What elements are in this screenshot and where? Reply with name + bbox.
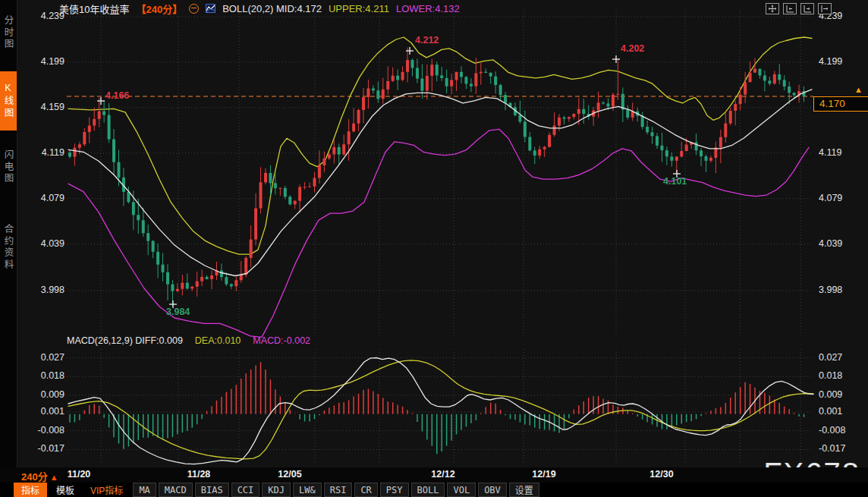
macd-tick-right: 0.027 bbox=[819, 352, 842, 363]
pan-move-icon[interactable] bbox=[766, 3, 779, 14]
macd-hist-value: MACD:-0.002 bbox=[253, 335, 310, 346]
price-tick-left: 3.998 bbox=[41, 285, 64, 295]
shift-right-icon[interactable] bbox=[818, 3, 832, 14]
toolbar-button-设置[interactable]: 设置 bbox=[509, 483, 539, 497]
time-axis-row: 240分 ▲ 11/2011/2812/0512/1212/1912/30 bbox=[0, 467, 868, 483]
sidebar-tab-合约资料[interactable]: 合约资料 bbox=[0, 205, 17, 290]
boll-lower-value: LOWER:4.132 bbox=[396, 3, 460, 14]
price-tick-left: 4.199 bbox=[41, 56, 64, 67]
date-tick: 11/28 bbox=[187, 469, 211, 480]
toolbar-button-MA[interactable]: MA bbox=[133, 483, 156, 497]
sidebar-tab-分时图[interactable]: 分时图 bbox=[0, 5, 17, 61]
indicator-toolbar: 指标模板VIP指标MAMACDBIASCCIKDJLW&RSICRPSYBOLL… bbox=[0, 483, 868, 497]
toolbar-button-PSY[interactable]: PSY bbox=[380, 483, 409, 497]
macd-tick-left: -0.008 bbox=[38, 425, 64, 436]
toolbar-button-模板[interactable]: 模板 bbox=[49, 483, 81, 497]
date-tick: 12/30 bbox=[649, 469, 673, 480]
date-tick: 12/19 bbox=[532, 469, 555, 480]
price-tick-right: 3.998 bbox=[819, 285, 842, 295]
toolbar-button-OBV[interactable]: OBV bbox=[478, 483, 507, 497]
chart-header: 美债10年收益率 【240分】 BOLL(20,2) MID:4.172 UPP… bbox=[59, 2, 460, 15]
boll-mid-value: BOLL(20,2) MID:4.172 bbox=[222, 3, 322, 14]
macd-diff-value: MACD(26,12,9) DIFF:0.009 bbox=[67, 335, 183, 346]
macd-tick-left: 0.027 bbox=[41, 352, 64, 363]
date-tick: 11/20 bbox=[68, 469, 91, 480]
period-text: 240分 bbox=[21, 471, 48, 483]
toolbar-button-CR[interactable]: CR bbox=[354, 483, 377, 497]
candlestick-macd-chart[interactable]: 4.1664.2124.2024.1013.984 bbox=[0, 0, 868, 497]
price-annotation: 3.984 bbox=[166, 307, 190, 317]
instrument-title: 美债10年收益率 bbox=[59, 2, 129, 16]
boll-upper-value: UPPER:4.211 bbox=[329, 3, 389, 14]
toolbar-button-RSI[interactable]: RSI bbox=[324, 483, 353, 497]
price-tick-left: 4.079 bbox=[41, 193, 64, 203]
chart-application: 4.1664.2124.2024.1013.984 分时图K线图闪电图合约资料 … bbox=[0, 0, 868, 497]
toolbar-button-VOL[interactable]: VOL bbox=[447, 483, 476, 497]
macd-tick-right: -0.008 bbox=[819, 425, 845, 436]
price-tick-left: 4.039 bbox=[41, 238, 64, 249]
period-tag[interactable]: 【240分】 bbox=[136, 2, 182, 16]
macd-tick-right: -0.017 bbox=[819, 443, 845, 454]
toolbar-button-MACD[interactable]: MACD bbox=[159, 483, 193, 497]
toolbar-button-LW&[interactable]: LW& bbox=[293, 483, 322, 497]
toolbar-button-指标[interactable]: 指标 bbox=[14, 483, 47, 497]
toolbar-button-VIP指标[interactable]: VIP指标 bbox=[83, 483, 130, 497]
macd-tick-left: 0.009 bbox=[41, 389, 64, 400]
price-annotation: 4.212 bbox=[415, 35, 439, 46]
price-annotation: 4.166 bbox=[105, 90, 129, 101]
price-tick-right: 4.079 bbox=[819, 193, 842, 203]
price-tick-left: 4.119 bbox=[42, 147, 64, 158]
date-tick: 12/12 bbox=[431, 469, 454, 480]
zoom-axis-left-icon[interactable] bbox=[783, 3, 797, 14]
period-arrow-icon: ▲ bbox=[48, 473, 58, 482]
toolbar-button-KDJ[interactable]: KDJ bbox=[262, 483, 291, 497]
price-tick-right: 4.119 bbox=[819, 147, 841, 158]
macd-tick-right: 0.001 bbox=[819, 406, 842, 417]
mini-chart-icon[interactable] bbox=[206, 4, 215, 13]
remove-indicator-icon[interactable] bbox=[189, 4, 199, 14]
macd-tick-left: 0.018 bbox=[41, 370, 64, 381]
zoom-axis-right-icon[interactable] bbox=[800, 3, 814, 14]
chart-tool-icons bbox=[766, 3, 832, 14]
price-annotation: 4.202 bbox=[621, 43, 644, 54]
sidebar-tab-K线图[interactable]: K线图 bbox=[0, 71, 17, 131]
macd-tick-left: 0.001 bbox=[41, 406, 64, 417]
left-sidebar: 分时图K线图闪电图合约资料 bbox=[0, 0, 17, 497]
price-tick-left: 4.159 bbox=[41, 102, 64, 112]
macd-dea-value: DEA:0.010 bbox=[195, 335, 241, 346]
toolbar-button-BOLL[interactable]: BOLL bbox=[411, 483, 445, 497]
toolbar-button-CCI[interactable]: CCI bbox=[231, 483, 260, 497]
price-pin-icon: ▲ bbox=[854, 85, 863, 94]
price-axis-right: 4.2394.1994.1594.1194.0794.0393.9980.027… bbox=[819, 0, 867, 497]
price-tick-right: 4.039 bbox=[819, 238, 842, 249]
macd-tick-left: -0.017 bbox=[38, 443, 64, 454]
period-selector[interactable]: 240分 ▲ bbox=[21, 469, 58, 483]
price-annotation: 4.101 bbox=[663, 176, 687, 187]
macd-tick-right: 0.009 bbox=[819, 389, 842, 400]
last-price-badge: 4.170 bbox=[813, 96, 868, 112]
sidebar-tab-闪电图[interactable]: 闪电图 bbox=[0, 138, 17, 196]
price-tick-right: 4.199 bbox=[819, 56, 842, 67]
date-tick: 12/05 bbox=[278, 469, 301, 480]
macd-header: MACD(26,12,9) DIFF:0.009 DEA:0.010 MACD:… bbox=[67, 335, 310, 346]
toolbar-button-BIAS[interactable]: BIAS bbox=[195, 483, 229, 497]
macd-tick-right: 0.018 bbox=[819, 370, 842, 381]
